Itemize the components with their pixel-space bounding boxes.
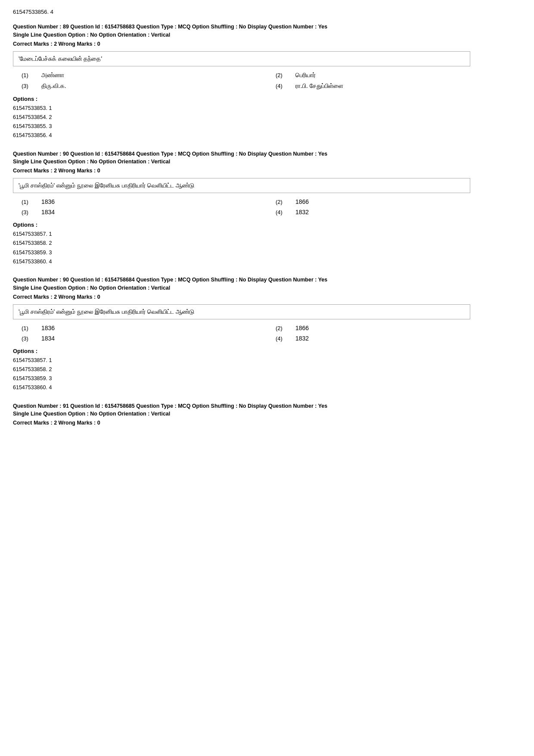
option-number-q89-0: (1) [22,72,34,78]
question-meta-q91: Question Number : 91 Question Id : 61547… [13,402,521,419]
option-number-q90b-0: (1) [22,325,34,331]
option-text-q89-1: பெரியார் [295,72,316,79]
page-header: 61547533856. 4 [13,9,521,15]
options-grid-q90b: (1)1836(2)1866(3)1834(4)1832 [13,325,521,342]
option-number-q89-2: (3) [22,83,34,89]
option-text-q90b-1: 1866 [295,325,309,331]
option-row-q90b-1: (2)1866 [276,325,521,331]
option-text-q89-2: திரு.வி.க. [41,82,66,90]
question-meta-q90b: Question Number : 90 Question Id : 61547… [13,276,521,292]
option-number-q90b-2: (3) [22,335,34,342]
question-meta-q90a: Question Number : 90 Question Id : 61547… [13,150,521,166]
option-text-q90b-0: 1836 [41,325,55,331]
correct-marks-q89: Correct Marks : 2 Wrong Marks : 0 [13,41,521,47]
option-row-q90b-0: (1)1836 [22,325,267,331]
option-row-q90b-3: (4)1832 [276,335,521,342]
option-text-q90a-1: 1866 [295,198,309,205]
option-number-q90b-3: (4) [276,335,289,342]
option-row-q90a-2: (3)1834 [22,209,267,216]
question-meta-q89: Question Number : 89 Question Id : 61547… [13,23,521,39]
question-block-q89: Question Number : 89 Question Id : 61547… [13,23,521,141]
option-ids-q89: 61547533853. 161547533854. 261547533855.… [13,104,521,141]
option-row-q89-3: (4)ரா.பி. சேதுப்பிள்ளை [276,82,521,90]
options-label-q89: Options : [13,96,521,102]
options-label-q90a: Options : [13,222,521,228]
option-row-q89-1: (2)பெரியார் [276,72,521,79]
option-text-q89-0: அண்ணா [41,72,64,79]
option-text-q90a-0: 1836 [41,198,55,205]
option-number-q89-3: (4) [276,83,289,89]
options-grid-q90a: (1)1836(2)1866(3)1834(4)1832 [13,198,521,216]
question-block-q90a: Question Number : 90 Question Id : 61547… [13,150,521,267]
option-row-q90a-0: (1)1836 [22,198,267,205]
option-row-q90b-2: (3)1834 [22,335,267,342]
option-text-q90a-3: 1832 [295,209,309,216]
option-number-q90a-0: (1) [22,199,34,205]
option-row-q89-2: (3)திரு.வி.க. [22,82,267,90]
question-text-q90a: 'பூமி சாஸ்திரம்' என்னும் நூலை இரேனியசு ப… [13,178,470,193]
options-grid-q89: (1)அண்ணா(2)பெரியார்(3)திரு.வி.க.(4)ரா.பி… [13,72,521,90]
correct-marks-q90b: Correct Marks : 2 Wrong Marks : 0 [13,294,521,300]
option-ids-q90b: 61547533857. 161547533858. 261547533859.… [13,356,521,393]
question-block-q90b: Question Number : 90 Question Id : 61547… [13,276,521,393]
options-label-q90b: Options : [13,348,521,354]
option-number-q90a-2: (3) [22,209,34,216]
question-text-q90b: 'பூமி சாஸ்திரம்' என்னும் நூலை இரேனியசு ப… [13,304,470,319]
option-number-q89-1: (2) [276,72,289,78]
option-number-q90a-1: (2) [276,199,289,205]
option-row-q90a-1: (2)1866 [276,198,521,205]
question-text-q89: 'மேடைப்பேச்சுக் கலையின் தந்தை' [13,51,470,66]
option-number-q90b-1: (2) [276,325,289,331]
option-row-q90a-3: (4)1832 [276,209,521,216]
option-text-q90b-3: 1832 [295,335,309,342]
option-text-q90b-2: 1834 [41,335,55,342]
correct-marks-q91: Correct Marks : 2 Wrong Marks : 0 [13,420,521,426]
option-number-q90a-3: (4) [276,209,289,216]
option-text-q90a-2: 1834 [41,209,55,216]
correct-marks-q90a: Correct Marks : 2 Wrong Marks : 0 [13,168,521,174]
option-ids-q90a: 61547533857. 161547533858. 261547533859.… [13,230,521,266]
option-text-q89-3: ரா.பி. சேதுப்பிள்ளை [295,82,343,90]
option-row-q89-0: (1)அண்ணா [22,72,267,79]
question-block-q91: Question Number : 91 Question Id : 61547… [13,402,521,426]
